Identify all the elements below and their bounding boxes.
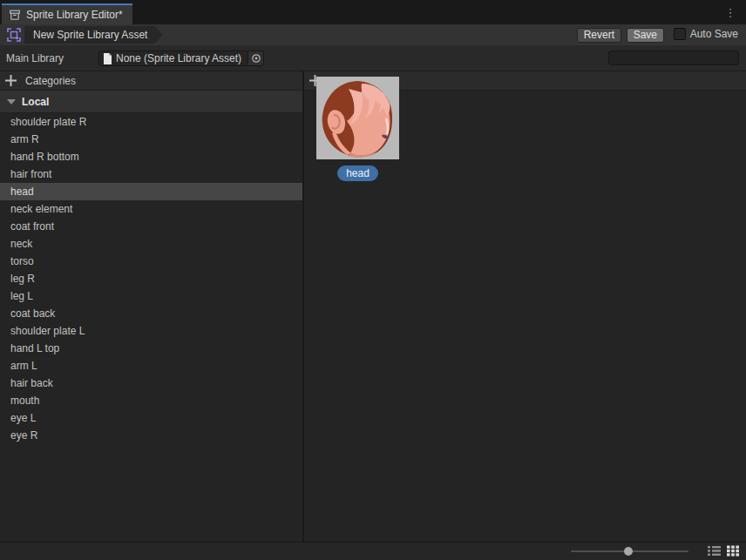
window-menu-kebab-icon[interactable]: ⋮ [723,6,737,20]
labels-panel: Labels head [304,71,746,542]
slider-knob[interactable] [624,547,633,556]
sprite-library-window-icon [9,9,21,21]
category-list: shoulder plate R arm R hand R bottom hai… [0,113,302,444]
categories-header: Categories [0,71,302,91]
category-item[interactable]: shoulder plate R [0,113,302,131]
object-field-value-area: None (Sprite Library Asset) [99,52,248,64]
category-item[interactable]: hair back [0,374,302,392]
category-item-selected[interactable]: head [0,183,302,200]
panels: Categories Local shoulder plate R arm R … [0,71,746,542]
view-mode-buttons [708,545,739,557]
main-library-row: Main Library None (Sprite Library Asset) [0,45,746,71]
footer-bar [0,542,746,560]
categories-panel: Categories Local shoulder plate R arm R … [0,71,302,542]
category-item[interactable]: eye L [0,409,302,427]
local-foldout[interactable]: Local [0,91,302,113]
save-button[interactable]: Save [627,28,664,43]
category-item[interactable]: torso [0,253,302,270]
category-item[interactable]: hand L top [0,340,302,357]
revert-button[interactable]: Revert [577,28,621,43]
object-picker-button[interactable] [248,51,263,65]
category-item[interactable]: coat back [0,305,302,322]
auto-save-control: Auto Save [674,28,738,40]
main-library-object-field[interactable]: None (Sprite Library Asset) [98,51,264,66]
breadcrumb-label: New Sprite Library Asset [33,29,147,41]
category-item[interactable]: hair front [0,165,302,183]
thumbnail-size-slider[interactable] [571,550,688,552]
foldout-triangle-icon [7,99,16,105]
tab-title: Sprite Library Editor* [26,9,123,21]
object-picker-icon [251,53,261,64]
search-input[interactable] [614,52,746,64]
auto-save-checkbox[interactable] [674,28,686,40]
object-field-value: None (Sprite Library Asset) [116,52,241,64]
category-item[interactable]: shoulder plate L [0,322,302,340]
sprite-label-pill[interactable]: head [337,165,378,181]
asset-file-icon [103,53,112,64]
add-category-icon[interactable] [5,75,17,86]
breadcrumb[interactable]: New Sprite Library Asset [24,26,163,44]
main-library-label: Main Library [6,52,64,64]
category-item[interactable]: eye R [0,427,302,444]
category-item[interactable]: arm R [0,131,302,148]
sprite-library-editor-window: Sprite Library Editor* ⋮ New Sprite Libr… [0,0,746,560]
list-view-icon[interactable] [708,545,721,557]
category-item[interactable]: neck element [0,200,302,218]
sprite-library-asset-icon [6,27,22,43]
toolbar: New Sprite Library Asset Revert Save Aut… [0,24,746,45]
category-item[interactable]: hand R bottom [0,148,302,165]
category-item[interactable]: leg L [0,287,302,305]
local-label: Local [22,96,49,108]
category-item[interactable]: leg R [0,270,302,287]
auto-save-label: Auto Save [690,28,738,40]
sprite-cell[interactable]: head [316,77,399,181]
tab-sprite-library-editor[interactable]: Sprite Library Editor* [2,3,132,24]
category-item[interactable]: arm L [0,357,302,374]
head-sprite-thumbnail [316,77,399,159]
category-item[interactable]: neck [0,235,302,253]
tab-bar: Sprite Library Editor* ⋮ [0,0,746,24]
search-field[interactable] [608,51,739,65]
categories-title: Categories [25,75,76,87]
category-item[interactable]: coat front [0,218,302,235]
grid-view-icon[interactable] [727,545,739,557]
category-item[interactable]: mouth [0,392,302,409]
